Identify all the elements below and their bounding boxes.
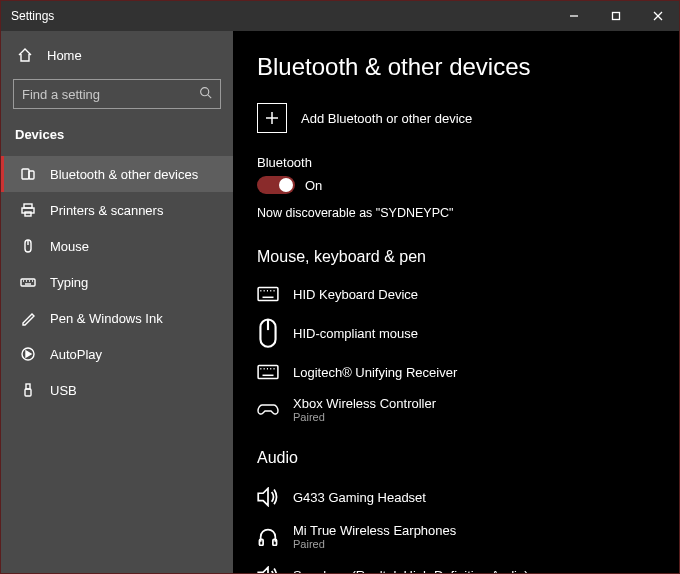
device-name: HID Keyboard Device: [293, 287, 418, 302]
device-item[interactable]: HID-compliant mouse: [257, 310, 655, 356]
device-status: Paired: [293, 538, 456, 550]
sidebar-item-mouse[interactable]: Mouse: [1, 228, 233, 264]
mouse-icon: [257, 318, 279, 348]
plus-icon: [257, 103, 287, 133]
device-name: Logitech® Unifying Receiver: [293, 365, 457, 380]
svg-rect-10: [25, 212, 31, 216]
search-field[interactable]: [13, 79, 221, 109]
svg-rect-1: [613, 13, 620, 20]
minimize-button[interactable]: [553, 1, 595, 31]
svg-marker-41: [258, 489, 268, 506]
svg-rect-7: [29, 171, 34, 179]
device-item[interactable]: G433 Gaming Headset: [257, 479, 655, 515]
headphones-icon: [257, 527, 279, 547]
device-item[interactable]: Speakers (Realtek High Definition Audio): [257, 558, 655, 573]
gamepad-icon: [257, 403, 279, 417]
nav-section-label: Devices: [1, 119, 233, 156]
keyboard-icon: [20, 274, 36, 290]
keyboard-icon: [257, 286, 279, 302]
sidebar-item-label: Mouse: [50, 239, 89, 254]
search-icon: [199, 86, 212, 102]
home-icon: [17, 47, 33, 63]
mouse-icon: [20, 238, 36, 254]
page-title: Bluetooth & other devices: [257, 53, 655, 81]
sidebar-item-autoplay[interactable]: AutoPlay: [1, 336, 233, 372]
autoplay-icon: [20, 346, 36, 362]
sidebar-item-label: Printers & scanners: [50, 203, 163, 218]
sidebar-item-label: Pen & Windows Ink: [50, 311, 163, 326]
window-title: Settings: [11, 9, 54, 23]
sidebar-item-label: Typing: [50, 275, 88, 290]
svg-rect-13: [21, 279, 35, 286]
keyboard-icon: [257, 364, 279, 380]
toggle-state-label: On: [305, 178, 322, 193]
sidebar-item-label: AutoPlay: [50, 347, 102, 362]
home-button[interactable]: Home: [1, 39, 233, 71]
group-title-mouse: Mouse, keyboard & pen: [257, 248, 655, 266]
sidebar-item-pen[interactable]: Pen & Windows Ink: [1, 300, 233, 336]
sidebar-item-printers[interactable]: Printers & scanners: [1, 192, 233, 228]
search-input[interactable]: [22, 87, 192, 102]
sidebar: Home Devices Bluetooth & other devices P…: [1, 31, 233, 573]
device-name: G433 Gaming Headset: [293, 490, 426, 505]
svg-rect-6: [22, 169, 29, 179]
device-status: Paired: [293, 411, 436, 423]
bluetooth-devices-icon: [20, 166, 36, 182]
device-name: Xbox Wireless Controller: [293, 396, 436, 411]
svg-point-4: [201, 88, 209, 96]
home-label: Home: [47, 48, 82, 63]
device-item[interactable]: Logitech® Unifying Receiver: [257, 356, 655, 388]
svg-marker-20: [26, 351, 31, 357]
printer-icon: [20, 202, 36, 218]
content-area: Bluetooth & other devices Add Bluetooth …: [233, 31, 679, 573]
svg-rect-34: [258, 366, 278, 379]
speaker-icon: [257, 487, 279, 507]
add-device-label: Add Bluetooth or other device: [301, 111, 472, 126]
bluetooth-label: Bluetooth: [257, 155, 655, 170]
sidebar-item-usb[interactable]: USB: [1, 372, 233, 408]
device-name: Speakers (Realtek High Definition Audio): [293, 568, 529, 573]
svg-rect-25: [258, 287, 278, 300]
bluetooth-toggle[interactable]: [257, 176, 295, 194]
pen-icon: [20, 310, 36, 326]
svg-line-5: [208, 95, 211, 98]
titlebar: Settings: [1, 1, 679, 31]
device-name: HID-compliant mouse: [293, 326, 418, 341]
svg-rect-21: [26, 384, 30, 389]
device-name: Mi True Wireless Earphones: [293, 523, 456, 538]
device-item[interactable]: HID Keyboard Device: [257, 278, 655, 310]
svg-rect-22: [25, 389, 31, 396]
usb-icon: [20, 382, 36, 398]
group-title-audio: Audio: [257, 449, 655, 467]
device-item[interactable]: Xbox Wireless Controller Paired: [257, 388, 655, 431]
svg-marker-44: [258, 567, 268, 573]
add-device-button[interactable]: Add Bluetooth or other device: [257, 103, 655, 133]
sidebar-item-bluetooth[interactable]: Bluetooth & other devices: [1, 156, 233, 192]
sidebar-item-label: USB: [50, 383, 77, 398]
close-button[interactable]: [637, 1, 679, 31]
maximize-button[interactable]: [595, 1, 637, 31]
device-item[interactable]: Mi True Wireless Earphones Paired: [257, 515, 655, 558]
discoverable-text: Now discoverable as "SYDNEYPC": [257, 206, 655, 220]
sidebar-item-label: Bluetooth & other devices: [50, 167, 198, 182]
speaker-icon: [257, 566, 279, 573]
sidebar-item-typing[interactable]: Typing: [1, 264, 233, 300]
